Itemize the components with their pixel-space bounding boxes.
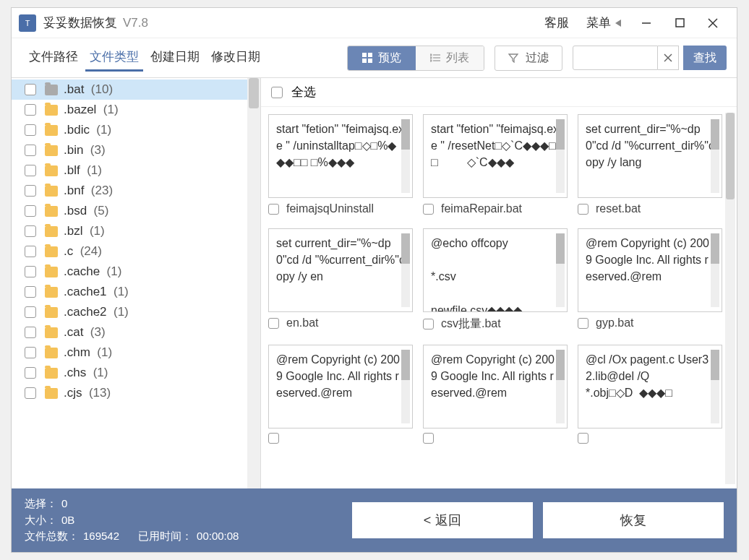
- preview-card[interactable]: @rem Copyright (c) 2009 Google Inc. All …: [423, 345, 568, 444]
- card-checkbox[interactable]: [423, 433, 434, 444]
- card-scrollbar[interactable]: [711, 119, 719, 193]
- sidebar-item[interactable]: .cjs (13): [12, 383, 260, 403]
- card-scrollbar[interactable]: [556, 119, 565, 193]
- filter-button[interactable]: 过滤: [495, 46, 562, 71]
- svg-point-13: [430, 60, 432, 61]
- service-link[interactable]: 客服: [536, 14, 578, 31]
- app-title: 妥妥数据恢复: [43, 14, 117, 31]
- checkbox[interactable]: [25, 225, 36, 237]
- preview-card[interactable]: @echo offcopy *.csv newfile.csv◆◆◆◆csv批量…: [423, 228, 568, 332]
- checkbox[interactable]: [25, 145, 36, 156]
- menu-link[interactable]: 菜单: [578, 14, 630, 31]
- tab-3[interactable]: 修改日期: [207, 44, 265, 72]
- tab-0[interactable]: 文件路径: [25, 44, 82, 72]
- checkbox[interactable]: [25, 124, 36, 136]
- preview-card[interactable]: @rem Copyright (c) 2009 Google Inc. All …: [578, 228, 722, 332]
- checkbox[interactable]: [25, 286, 36, 298]
- maximize-button[interactable]: [663, 8, 696, 38]
- card-filename: csv批量.bat: [441, 316, 501, 332]
- search-clear-button[interactable]: [658, 46, 679, 70]
- preview-card[interactable]: @rem Copyright (c) 2009 Google Inc. All …: [268, 345, 413, 444]
- folder-icon: [45, 226, 58, 237]
- checkbox[interactable]: [25, 306, 36, 318]
- back-button[interactable]: < 返回: [352, 502, 533, 538]
- card-checkbox[interactable]: [578, 318, 588, 329]
- card-scrollbar[interactable]: [556, 350, 565, 423]
- search-input[interactable]: [573, 46, 658, 70]
- content-scrollbar[interactable]: [725, 113, 735, 484]
- titlebar: T 妥妥数据恢复 V7.8 客服 菜单: [12, 8, 737, 38]
- card-scrollbar[interactable]: [711, 233, 719, 307]
- card-scrollbar[interactable]: [401, 233, 410, 307]
- card-checkbox[interactable]: [578, 433, 588, 444]
- select-all-checkbox[interactable]: [271, 87, 283, 98]
- checkbox[interactable]: [25, 104, 36, 116]
- checkbox[interactable]: [25, 205, 36, 217]
- checkbox[interactable]: [25, 185, 36, 197]
- file-ext-label: .cache2 (1): [64, 305, 253, 319]
- checkbox[interactable]: [25, 347, 36, 358]
- checkbox[interactable]: [25, 387, 36, 399]
- preview-grid: start "fetion" "feimajsq.exe " /uninstal…: [261, 107, 737, 488]
- preview-card[interactable]: start "fetion" "feimajsq.exe " /resetNet…: [423, 114, 568, 215]
- recover-button[interactable]: 恢复: [543, 502, 724, 538]
- checkbox[interactable]: [25, 246, 36, 257]
- checkbox[interactable]: [25, 367, 36, 379]
- svg-point-11: [430, 54, 432, 56]
- sidebar-item[interactable]: .chm (1): [12, 343, 260, 363]
- tab-2[interactable]: 创建日期: [146, 44, 204, 72]
- sidebar-item[interactable]: .bdic (1): [12, 120, 260, 140]
- card-filename: gyp.bat: [596, 316, 633, 329]
- card-label-row: reset.bat: [578, 202, 722, 215]
- preview-view-button[interactable]: 预览: [348, 46, 416, 70]
- sidebar-item[interactable]: .bat (10): [12, 79, 260, 100]
- sidebar-item[interactable]: .bsd (5): [12, 201, 260, 221]
- sidebar-item[interactable]: .bzl (1): [12, 221, 260, 241]
- sidebar-item[interactable]: .cache1 (1): [12, 282, 260, 302]
- view-toggle: 预览 列表: [347, 46, 484, 71]
- select-all-row[interactable]: 全选: [261, 78, 737, 107]
- sidebar-scrollbar[interactable]: [247, 78, 260, 488]
- card-checkbox[interactable]: [423, 204, 434, 215]
- card-scrollbar[interactable]: [401, 119, 410, 193]
- card-checkbox[interactable]: [268, 433, 279, 444]
- folder-icon: [45, 348, 58, 358]
- checkbox[interactable]: [25, 327, 36, 338]
- sidebar-item[interactable]: .cat (3): [12, 322, 260, 343]
- minimize-button[interactable]: [630, 8, 663, 38]
- tab-1[interactable]: 文件类型: [85, 44, 143, 72]
- preview-card[interactable]: @cl /Ox pagent.c User32.lib@del /Q *.obj…: [578, 345, 722, 444]
- sidebar-item[interactable]: .cache (1): [12, 262, 260, 282]
- close-button[interactable]: [696, 8, 729, 38]
- sidebar-item[interactable]: .cache2 (1): [12, 302, 260, 322]
- card-checkbox[interactable]: [268, 318, 279, 329]
- sidebar-item[interactable]: .blf (1): [12, 160, 260, 181]
- filter-icon: [508, 53, 518, 63]
- search-button[interactable]: 查找: [683, 46, 727, 70]
- preview-card[interactable]: start "fetion" "feimajsq.exe " /uninstal…: [268, 114, 413, 215]
- checkbox[interactable]: [25, 266, 36, 277]
- card-checkbox[interactable]: [268, 204, 279, 215]
- sidebar-item[interactable]: .bin (3): [12, 140, 260, 160]
- preview-card[interactable]: set current_dir="%~dp0"cd /d "%current_d…: [268, 228, 413, 332]
- sidebar-item[interactable]: .bnf (23): [12, 181, 260, 201]
- list-view-button[interactable]: 列表: [416, 46, 484, 70]
- folder-icon: [45, 206, 58, 217]
- card-filename: feimajsqUninstall: [286, 202, 374, 215]
- app-version: V7.8: [123, 16, 148, 30]
- card-scrollbar[interactable]: [556, 233, 565, 307]
- card-scrollbar[interactable]: [711, 350, 719, 423]
- card-checkbox[interactable]: [423, 319, 434, 329]
- card-checkbox[interactable]: [578, 204, 588, 215]
- checkbox[interactable]: [25, 84, 36, 95]
- sidebar-item[interactable]: .chs (1): [12, 363, 260, 383]
- checkbox[interactable]: [25, 165, 36, 176]
- file-ext-label: .bdic (1): [64, 123, 253, 137]
- sidebar-item[interactable]: .c (24): [12, 241, 260, 262]
- card-content: @rem Copyright (c) 2009 Google Inc. All …: [268, 345, 413, 428]
- card-scrollbar[interactable]: [401, 350, 410, 423]
- preview-card[interactable]: set current_dir="%~dp0"cd /d "%current_d…: [578, 114, 722, 215]
- file-ext-label: .cat (3): [64, 325, 253, 340]
- sidebar-item[interactable]: .bazel (1): [12, 100, 260, 120]
- card-label-row: csv批量.bat: [423, 316, 568, 332]
